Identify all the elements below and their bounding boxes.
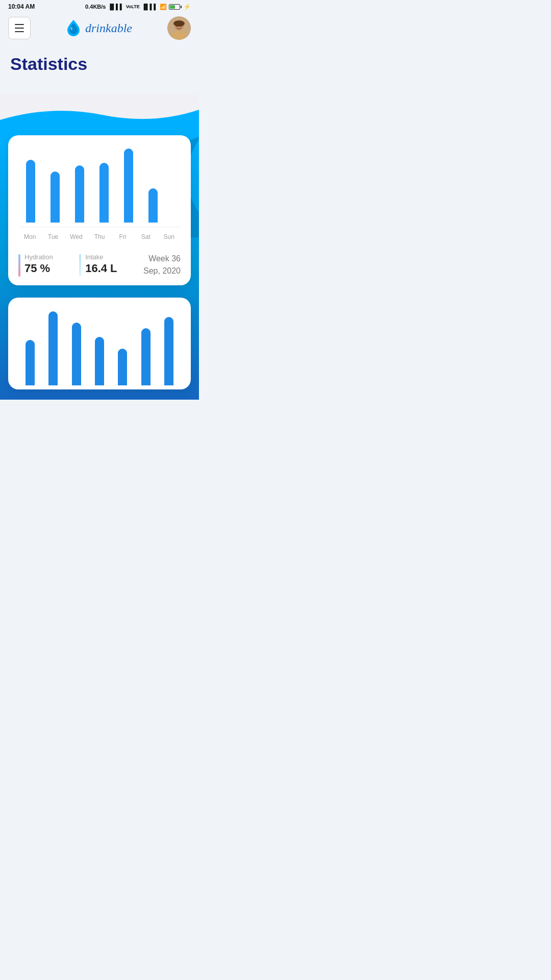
hydration-content: Hydration 75 %: [24, 253, 53, 275]
bar2-sun: [164, 317, 173, 385]
intake-stat: Intake 16.4 L: [79, 253, 117, 277]
app-container: 10:04 AM 0.4KB/s ▐▌▌▌ VoLTE ▐▌▌▌ 📶 ⚡: [0, 0, 199, 400]
bar-tue: [51, 172, 60, 223]
app-logo: drinkable: [66, 19, 132, 37]
hydration-value: 75 %: [24, 262, 53, 275]
day-label-tue: Tue: [43, 233, 63, 240]
bar-group-fri: [124, 149, 133, 223]
day-label-fri: Fri: [112, 233, 133, 240]
blue-section: MonTueWedThuFriSatSun Hydration 75 % Int: [0, 135, 199, 400]
bar2-group-sun: [164, 317, 173, 385]
network-speed: 0.4KB/s: [85, 4, 106, 10]
intake-value: 16.4 L: [85, 262, 117, 275]
avatar-svg: [167, 16, 191, 40]
bar-chart: [18, 145, 181, 227]
water-drop-icon: [66, 19, 81, 37]
menu-line-3: [15, 31, 24, 32]
top-section: drinkable: [0, 12, 199, 105]
bar2-group-fri: [118, 349, 127, 386]
day-label-sat: Sat: [136, 233, 156, 240]
menu-line-2: [15, 28, 24, 29]
status-icons: 0.4KB/s ▐▌▌▌ VoLTE ▐▌▌▌ 📶 ⚡: [85, 4, 191, 10]
bar-sat: [148, 188, 158, 223]
bar2-fri: [118, 349, 127, 386]
hydration-label: Hydration: [24, 253, 53, 261]
week-date: Sep, 2020: [143, 265, 181, 277]
app-name: drinkable: [85, 21, 132, 35]
bar2-mon: [26, 340, 35, 385]
page-title: Statistics: [10, 54, 189, 74]
day-label-thu: Thu: [89, 233, 110, 240]
week-info: Week 36 Sep, 2020: [143, 253, 181, 277]
wave-transition: [0, 105, 199, 135]
bar2-wed: [72, 323, 81, 385]
intake-label: Intake: [85, 253, 117, 261]
bar-thu: [99, 163, 109, 223]
bolt-icon: ⚡: [184, 4, 191, 10]
second-chart-card: [8, 298, 191, 389]
weekly-chart-card: MonTueWedThuFriSatSun Hydration 75 % Int: [8, 135, 191, 285]
bar2-sat: [141, 328, 151, 385]
bar2-group-mon: [26, 340, 35, 385]
lte-icon: VoLTE: [126, 4, 140, 9]
intake-indicator: [79, 254, 81, 277]
bar2-group-wed: [72, 323, 81, 385]
week-number: Week 36: [143, 253, 181, 265]
second-bar-chart: [18, 308, 181, 389]
time-display: 10:04 AM: [8, 3, 35, 10]
page-title-area: Statistics: [0, 46, 199, 94]
bar2-group-tue: [48, 311, 58, 385]
bar2-group-thu: [95, 337, 104, 385]
bar-group-thu: [99, 163, 109, 223]
app-header: drinkable: [0, 12, 199, 46]
bar-fri: [124, 149, 133, 223]
bar-group-wed: [75, 165, 84, 223]
svg-rect-7: [173, 20, 185, 27]
signal-icon-2: ▐▌▌▌: [142, 4, 158, 10]
bar-wed: [75, 165, 84, 223]
wifi-icon: 📶: [160, 4, 167, 10]
hydration-stat: Hydration 75 %: [18, 253, 53, 277]
bar2-tue: [48, 311, 58, 385]
intake-content: Intake 16.4 L: [85, 253, 117, 275]
menu-button[interactable]: [8, 17, 31, 39]
hydration-indicator: [18, 254, 20, 277]
day-label-wed: Wed: [66, 233, 87, 240]
signal-icon: ▐▌▌▌: [108, 4, 123, 10]
chart-stats: Hydration 75 % Intake 16.4 L Week 36: [18, 247, 181, 277]
bar2-thu: [95, 337, 104, 385]
bar2-group-sat: [141, 328, 151, 385]
avatar-image: [167, 16, 191, 40]
status-bar: 10:04 AM 0.4KB/s ▐▌▌▌ VoLTE ▐▌▌▌ 📶 ⚡: [0, 0, 199, 12]
bar-mon: [26, 160, 35, 223]
day-label-sun: Sun: [159, 233, 179, 240]
day-labels-row: MonTueWedThuFriSatSun: [18, 231, 181, 247]
bar-group-tue: [51, 172, 60, 223]
wave-svg-top: [0, 105, 199, 135]
bar-group-sat: [148, 188, 158, 223]
battery-indicator: [169, 4, 182, 10]
day-label-mon: Mon: [20, 233, 40, 240]
colored-content-area: MonTueWedThuFriSatSun Hydration 75 % Int: [0, 105, 199, 400]
bar-group-mon: [26, 160, 35, 223]
menu-line-1: [15, 24, 24, 25]
user-avatar[interactable]: [167, 16, 191, 40]
